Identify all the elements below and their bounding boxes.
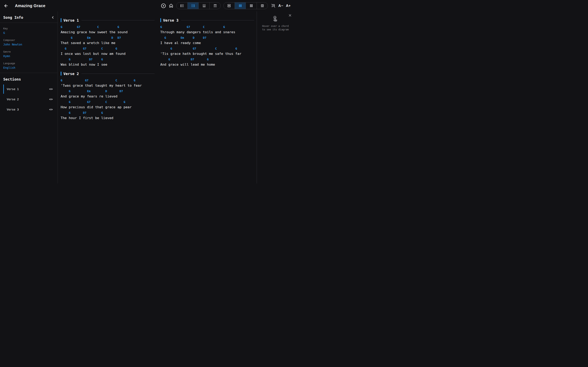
section-visibility-toggle[interactable]	[49, 108, 53, 111]
verse-title: Verse 3	[163, 18, 179, 22]
chord[interactable]: D7	[120, 89, 123, 93]
chord[interactable]: D7	[117, 36, 121, 40]
lyric-line-pair: GD7GThe hour I first be lieved	[61, 111, 155, 120]
field-value[interactable]: English	[3, 66, 54, 69]
song-info-field: LanguageEnglish	[3, 62, 54, 69]
chord[interactable]: D7	[83, 111, 86, 115]
chord[interactable]: C	[215, 47, 217, 50]
lyric-line-pair: GG7CG'Tis grace hath brought me safe thu…	[160, 47, 254, 56]
chord-diagram-panel: Hover over a chord to see its diagram	[257, 11, 294, 184]
back-button[interactable]	[4, 3, 8, 8]
eye-icon	[49, 108, 53, 111]
play-icon	[161, 3, 166, 8]
chord[interactable]: Em	[87, 36, 90, 40]
verse-header: Verse 2	[61, 71, 155, 76]
content-column-2: Verse 3GG7CGThrough many dangers toils a…	[160, 18, 254, 184]
chord[interactable]: G	[61, 25, 62, 29]
chord[interactable]: G	[171, 47, 172, 50]
chord[interactable]: C	[105, 100, 107, 104]
verse-section: Verse 1GG7CGAmazing grace how sweet the …	[61, 18, 155, 67]
chord[interactable]: D7	[203, 36, 207, 40]
field-value[interactable]: Hymn	[3, 54, 54, 58]
verse-header: Verse 1	[61, 18, 155, 22]
chords-left-button[interactable]	[176, 2, 187, 9]
chords-right-button[interactable]	[187, 2, 199, 9]
play-button[interactable]	[161, 3, 166, 8]
chord[interactable]: G	[123, 100, 125, 104]
chord[interactable]: G7	[77, 25, 80, 29]
chord[interactable]: C	[101, 47, 103, 50]
chords-below-button[interactable]	[199, 2, 209, 9]
chord[interactable]: G	[101, 111, 103, 115]
chord[interactable]: G7	[187, 25, 190, 29]
chord-line: GEmDD7	[61, 89, 155, 93]
layout-grid-button[interactable]	[246, 2, 257, 9]
field-label: Language	[3, 62, 54, 65]
chord[interactable]: G	[69, 89, 70, 93]
layout-rows-button[interactable]	[224, 2, 234, 9]
chord[interactable]: G	[61, 78, 62, 82]
verse-section: Verse 2GG7CG'Twas grace that taught my h…	[61, 71, 155, 120]
sidebar-collapse-button[interactable]	[51, 16, 54, 19]
chord-diagrams-toggle-button[interactable]	[270, 3, 276, 8]
lyric-line-pair: GG7CG'Twas grace that taught my heart to…	[61, 78, 155, 88]
sidebar-section-verse-3[interactable]: Verse 3	[3, 104, 54, 115]
chord-line: GG7CG	[61, 100, 155, 104]
chord-line: GG7CG	[61, 47, 155, 50]
section-visibility-toggle[interactable]	[49, 98, 53, 101]
touch-pointer-icon	[272, 15, 279, 22]
chord[interactable]: C	[115, 78, 117, 82]
chord[interactable]: G	[69, 58, 70, 61]
field-value[interactable]: John Newton	[3, 43, 54, 46]
sidebar-section-verse-1[interactable]: Verse 1	[3, 84, 54, 94]
layout-single-button[interactable]	[257, 2, 268, 9]
chord[interactable]: G7	[193, 47, 196, 50]
chord[interactable]: Em	[181, 36, 184, 40]
close-icon	[288, 14, 292, 17]
chord[interactable]: G	[223, 25, 225, 29]
chord[interactable]: D	[112, 36, 113, 40]
chord[interactable]: G	[164, 36, 166, 40]
divider	[0, 73, 58, 73]
chord-line: GG7CG	[61, 78, 155, 82]
lyric-text: 'Tis grace hath brought me safe thus far	[160, 52, 254, 56]
chord[interactable]: G	[235, 47, 237, 50]
layout-rows-icon	[227, 4, 231, 8]
chord[interactable]: C	[203, 25, 205, 29]
chord[interactable]: C	[97, 25, 99, 29]
field-label: Genre	[3, 50, 54, 53]
sidebar: Song Info KeyGComposerJohn NewtonGenreHy…	[0, 11, 58, 184]
chord[interactable]: G	[101, 58, 103, 61]
sidebar-section-verse-2[interactable]: Verse 2	[3, 94, 54, 104]
chord[interactable]: G	[160, 25, 162, 29]
chord[interactable]: G	[117, 25, 119, 29]
lyric-line-pair: GEmDD7I have al ready come	[160, 36, 254, 45]
font-decrease-button[interactable]: A−	[278, 4, 283, 8]
layout-columns-button[interactable]	[234, 2, 246, 9]
chord[interactable]: G	[69, 111, 70, 115]
chord[interactable]: G	[69, 100, 70, 104]
chord[interactable]: G	[71, 36, 72, 40]
chord[interactable]: D7	[191, 58, 194, 61]
field-value[interactable]: G	[3, 31, 54, 34]
font-increase-button[interactable]: A+	[286, 4, 291, 8]
chord[interactable]: G	[134, 78, 135, 82]
chord[interactable]: Em	[87, 89, 90, 93]
home-button[interactable]	[169, 3, 173, 8]
chord[interactable]: D7	[89, 58, 93, 61]
chord[interactable]: G7	[85, 78, 88, 82]
chords-above-button[interactable]	[209, 2, 221, 9]
chord[interactable]: G7	[83, 47, 86, 50]
close-panel-button[interactable]	[288, 14, 292, 17]
chord[interactable]: G	[168, 58, 170, 61]
chord[interactable]: G7	[87, 100, 90, 104]
chord[interactable]: D	[193, 36, 194, 40]
chord[interactable]: G	[65, 47, 66, 50]
chord[interactable]: D	[105, 89, 107, 93]
song-info-field: GenreHymn	[3, 50, 54, 58]
chord[interactable]: G	[115, 47, 117, 50]
lyric-line-pair: GEmDD7That saved a wretch like me	[61, 36, 155, 45]
section-visibility-toggle[interactable]	[49, 88, 53, 91]
chord[interactable]: G	[207, 58, 209, 61]
lyric-text: How precious did that grace ap pear	[61, 105, 155, 109]
